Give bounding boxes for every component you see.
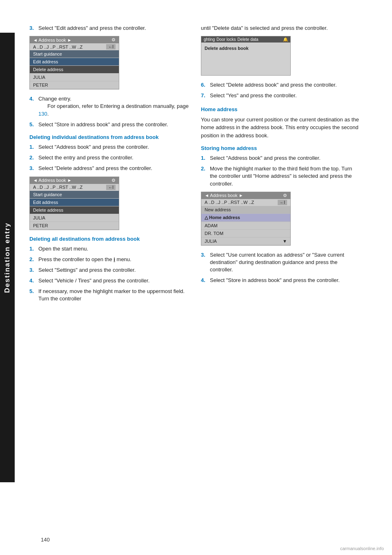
address-book-mockup-2: ◄ Address book ► ⚙ A ..D ..J ..P ..RST .… — [29, 177, 119, 230]
step-text: Press the controller to open the i menu. — [38, 256, 189, 263]
section-header-storing-home: Storing home address — [201, 145, 360, 151]
step-text: Select "Vehicle / Tires" and press the c… — [38, 277, 189, 284]
list-item: PETER — [30, 81, 119, 89]
del-all-step-5: 5. If necessary, move the highlight mark… — [29, 288, 189, 302]
step-num: 3. — [201, 251, 207, 274]
section-header-deleting-individual: Deleting individual destinations from ad… — [29, 134, 189, 140]
address-book-mockup-1: ◄ Address book ► ⚙ A ..D ..J ..P ..RST .… — [29, 36, 119, 90]
back-icon: ←I — [106, 185, 116, 190]
mockup-list: Start guidance Edit address Delete addre… — [30, 191, 119, 230]
step-text: Open the start menu. — [38, 245, 189, 253]
del-all-step-2: 2. Press the controller to open the i me… — [29, 256, 189, 263]
step-num: 2. — [201, 165, 207, 188]
delete-header: ghting Door locks Delete data 🔔 — [201, 36, 290, 43]
back-icon: ←I — [106, 44, 116, 49]
step-num: 3. — [29, 165, 36, 172]
page-number: 140 — [41, 537, 50, 543]
step-4-change: 4. Change entry. For operation, refer to… — [29, 95, 189, 118]
mockup-title: ◄ Address book ► — [205, 193, 243, 198]
list-item: JULIA — [30, 74, 119, 81]
step-text: Select "Yes" and press the controller. — [210, 92, 360, 99]
mockup-list: New address △ Home address ADAM DR. TOM … — [201, 206, 290, 245]
del-all-step-1: 1. Open the start menu. — [29, 245, 189, 253]
step-num: 4. — [29, 95, 36, 118]
step-text: Select "Store in address book" and press… — [210, 277, 360, 284]
mockup-icon: ⚙ — [283, 193, 287, 198]
step-num: 4. — [29, 277, 36, 284]
list-item: JULIA — [30, 214, 119, 222]
step-text: Change entry. For operation, refer to En… — [38, 95, 189, 118]
scroll-icon: ▼ — [283, 239, 287, 244]
storing-step-2: 2. Move the highlight marker to the thir… — [201, 165, 360, 188]
mockup-title: ◄ Address book ► — [33, 38, 72, 43]
mockup-icon: ⚙ — [111, 178, 116, 183]
del-all-step-4: 4. Select "Vehicle / Tires" and press th… — [29, 277, 189, 284]
list-item: Start guidance — [30, 191, 119, 199]
cont-text: until "Delete data" is selected and pres… — [201, 25, 328, 32]
list-item: PETER — [30, 222, 119, 230]
step-num: 6. — [201, 81, 207, 89]
mockup-header: ◄ Address book ► ⚙ — [201, 192, 290, 199]
step-6: 6. Select "Delete address book" and pres… — [201, 81, 360, 89]
section-header-home-address: Home address — [201, 106, 360, 112]
step-text: Select "Address book" and press the cont… — [38, 143, 189, 151]
list-item: DR. TOM — [201, 230, 290, 237]
list-item: Start guidance — [30, 50, 119, 58]
step-7: 7. Select "Yes" and press the controller… — [201, 92, 360, 99]
step-sub: For operation, refer to Entering a desti… — [38, 103, 189, 116]
step-num: 3. — [29, 25, 36, 32]
alpha-row: A ..D ..J ..P ..RST ..W ..Z ←I — [30, 184, 119, 191]
step-text: Select "Delete address book" and press t… — [210, 81, 360, 89]
step-num: 2. — [29, 154, 36, 161]
step-text: Select "Store in address book" and press… — [38, 121, 189, 128]
home-address-description: You can store your current position or t… — [201, 116, 360, 140]
step-num: 5. — [29, 121, 36, 128]
chapter-title: Destination entry — [3, 222, 11, 293]
step-num: 1. — [29, 143, 36, 151]
list-item: Delete address — [30, 66, 119, 74]
home-address-mockup: ◄ Address book ► ⚙ A ..D ..J ..P ..RST .… — [201, 192, 291, 246]
delete-address-book-item: Delete address book — [205, 45, 287, 51]
tab-door-locks: Door locks — [216, 37, 236, 42]
alpha-text: A ..D ..J ..P ..RST ..W ..Z — [33, 45, 82, 49]
storing-step-1: 1. Select "Address book" and press the c… — [201, 154, 360, 162]
list-item: Delete address — [30, 206, 119, 214]
mockup-header: ◄ Address book ► ⚙ — [30, 36, 119, 43]
step-3-edit: 3. Select "Edit address" and press the c… — [29, 25, 189, 32]
right-step-4: 4. Select "Store in address book" and pr… — [201, 277, 360, 284]
section-header-deleting-all: Deleting all destinations from address b… — [29, 236, 189, 242]
mockup-list: Start guidance Edit address Delete addre… — [30, 50, 119, 89]
step-num: 7. — [201, 92, 207, 99]
continuation-text: until "Delete data" is selected and pres… — [201, 25, 360, 32]
tab-delete-data: Delete data — [238, 37, 258, 42]
step-5-store: 5. Select "Store in address book" and pr… — [29, 121, 189, 128]
mockup-header: ◄ Address book ► ⚙ — [30, 177, 119, 184]
alpha-text: A ..D ..J ..P ..RST ..W ..Z — [205, 200, 254, 205]
step-text: Select the entry and press the controlle… — [38, 154, 189, 161]
right-step-3: 3. Select "Use current location as addre… — [201, 251, 360, 274]
bell-icon: 🔔 — [283, 37, 288, 42]
del-ind-step-2: 2. Select the entry and press the contro… — [29, 154, 189, 161]
page-link: 130 — [38, 111, 47, 117]
step-text: Select "Edit address" and press the cont… — [38, 25, 189, 32]
step-text: If necessary, move the highlight marker … — [38, 288, 189, 302]
mockup-title: ◄ Address book ► — [33, 178, 72, 183]
step-text: Select "Settings" and press the controll… — [38, 266, 189, 274]
i-icon: i — [114, 256, 115, 262]
list-item: ADAM — [201, 222, 290, 230]
step-num: 1. — [201, 154, 207, 162]
del-ind-step-1: 1. Select "Address book" and press the c… — [29, 143, 189, 151]
mockup-icon: ⚙ — [111, 37, 116, 43]
tab-ghting: ghting — [204, 37, 215, 42]
alpha-row: A ..D ..J ..P ..RST ..W ..Z ←I — [30, 43, 119, 50]
watermark: carmanualsonline.info — [340, 546, 384, 551]
step-text: Move the highlight marker to the third f… — [210, 165, 360, 188]
step-text: Select "Use current location as address"… — [210, 251, 360, 274]
step-text: Select "Delete address" and press the co… — [38, 165, 189, 172]
alpha-text: A ..D ..J ..P ..RST ..W ..Z — [33, 185, 82, 190]
list-item: JULIA ▼ — [201, 237, 290, 245]
del-all-step-3: 3. Select "Settings" and press the contr… — [29, 266, 189, 274]
step-num: 4. — [201, 277, 207, 284]
back-icon: ←I — [278, 200, 287, 205]
right-column: until "Delete data" is selected and pres… — [201, 25, 360, 306]
